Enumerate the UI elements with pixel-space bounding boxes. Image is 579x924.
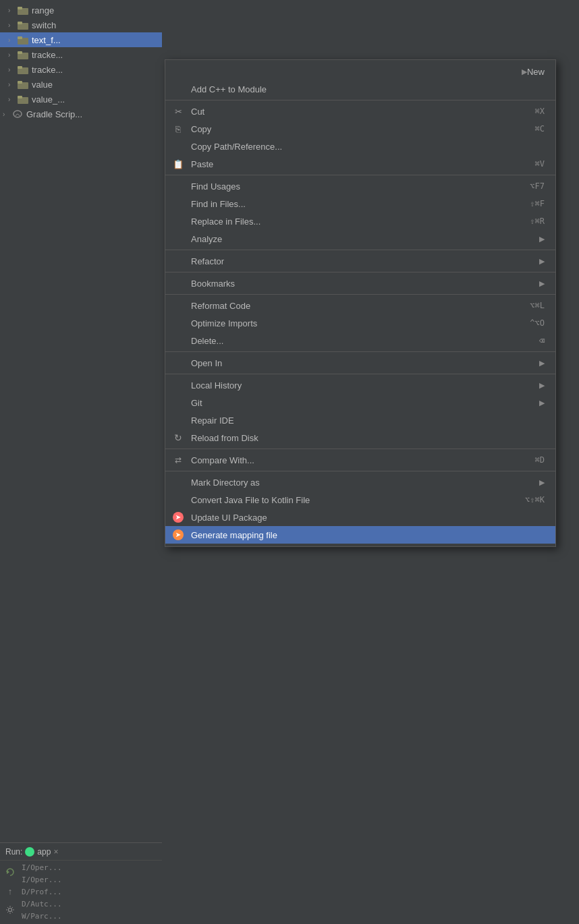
folder-icon [18, 80, 28, 89]
copy-icon: ⎘ [172, 124, 184, 134]
shortcut-label: ⌘C [535, 124, 545, 134]
menu-item-label: Refactor [191, 256, 224, 266]
sidebar-item-tracker1[interactable]: › tracke... [0, 47, 162, 62]
svg-rect-1 [18, 7, 22, 9]
expand-arrow: › [8, 22, 18, 29]
menu-item-repair-ide[interactable]: Repair IDE [165, 411, 555, 429]
run-app-icon [25, 847, 34, 857]
context-menu: ▶ New Add C++ to Module ✂ Cut ⌘X ⎘ Copy … [165, 59, 556, 547]
run-close-button[interactable]: × [53, 847, 58, 857]
sidebar-item-tracker2[interactable]: › tracke... [0, 62, 162, 77]
menu-item-label: Analyze [191, 234, 222, 244]
expand-arrow: › [3, 111, 12, 118]
paste-icon: 📋 [172, 159, 184, 169]
menu-item-refactor[interactable]: Refactor ▶ [165, 252, 555, 270]
menu-item-label: Find in Files... [191, 199, 246, 209]
menu-item-label: Bookmarks [191, 279, 235, 289]
sidebar-item-text-field[interactable]: › text_f... [0, 32, 162, 47]
menu-item-reload[interactable]: ↻ Reload from Disk [165, 429, 555, 446]
submenu-arrow-icon: ▶ [539, 359, 545, 368]
submenu-arrow-icon: ▶ [539, 399, 545, 407]
menu-item-local-history[interactable]: Local History ▶ [165, 376, 555, 394]
menu-item-reformat-code[interactable]: Reformat Code ⌥⌘L [165, 297, 555, 314]
tree-item-label: tracke... [32, 50, 63, 60]
run-bar-header: Run: app × [0, 843, 162, 861]
scroll-up-button[interactable]: ↑ [1, 882, 19, 900]
menu-item-find-in-files[interactable]: Find in Files... ⇧⌘F [165, 195, 555, 212]
menu-item-mark-directory[interactable]: Mark Directory as ▶ [165, 473, 555, 491]
menu-item-update-ui[interactable]: ➤ Update UI Package [165, 509, 555, 526]
menu-item-label: Repair IDE [191, 415, 234, 426]
tree-item-label: range [32, 5, 54, 16]
menu-item-cut[interactable]: ✂ Cut ⌘X [165, 103, 555, 120]
sidebar-item-value[interactable]: › value [0, 77, 162, 92]
menu-item-find-usages[interactable]: Find Usages ⌥F7 [165, 177, 555, 195]
submenu-arrow-icon: ▶ [539, 257, 545, 266]
run-label: Run: [5, 847, 22, 857]
menu-item-label: Local History [191, 380, 242, 391]
svg-rect-13 [18, 96, 22, 98]
menu-item-generate-mapping[interactable]: ➤ Generate mapping file [165, 526, 555, 544]
svg-rect-7 [18, 51, 22, 54]
folder-icon [18, 95, 28, 104]
log-line: D/Autc... [22, 898, 159, 911]
shortcut-label: ⌥⇧⌘K [525, 495, 545, 504]
separator [165, 449, 555, 449]
separator [165, 100, 555, 100]
menu-item-replace-in-files[interactable]: Replace in Files... ⇧⌘R [165, 212, 555, 230]
submenu-arrow-icon: ▶ [522, 67, 527, 76]
tree-item-label: text_f... [32, 35, 61, 45]
menu-item-compare-with[interactable]: ⇄ Compare With... ⌘D [165, 451, 555, 469]
menu-item-label: Mark Directory as [191, 478, 260, 488]
menu-item-label: New [527, 67, 545, 77]
cut-icon: ✂ [172, 107, 184, 117]
shortcut-label: ^⌥O [530, 318, 545, 328]
sidebar-item-value2[interactable]: › value_... [0, 92, 162, 107]
menu-item-git[interactable]: Git ▶ [165, 394, 555, 411]
menu-item-analyze[interactable]: Analyze ▶ [165, 230, 555, 248]
folder-icon [18, 6, 28, 15]
menu-item-label: Replace in Files... [191, 216, 260, 227]
menu-item-label: Cut [191, 107, 204, 117]
rerun-button[interactable] [1, 863, 19, 881]
shortcut-label: ⌘V [535, 159, 545, 169]
menu-item-label: Optimize Imports [191, 318, 257, 328]
menu-item-convert-java[interactable]: Convert Java File to Kotlin File ⌥⇧⌘K [165, 491, 555, 509]
menu-item-paste[interactable]: 📋 Paste ⌘V [165, 155, 555, 173]
separator [165, 250, 555, 250]
sidebar-item-gradle[interactable]: › Gradle Scrip... [0, 107, 162, 121]
shortcut-label: ⌘X [535, 107, 545, 116]
separator [165, 374, 555, 374]
sidebar-item-switch[interactable]: › switch [0, 18, 162, 32]
menu-item-optimize-imports[interactable]: Optimize Imports ^⌥O [165, 314, 555, 332]
menu-item-label: Reformat Code [191, 301, 250, 311]
sidebar: › range › switch › text_f... › tracke...… [0, 0, 162, 924]
compare-icon: ⇄ [172, 455, 184, 465]
menu-item-copy-path[interactable]: Copy Path/Reference... [165, 138, 555, 155]
separator [165, 175, 555, 175]
expand-arrow: › [8, 51, 18, 59]
separator [165, 351, 555, 352]
submenu-arrow-icon: ▶ [539, 381, 545, 390]
submenu-arrow-icon: ▶ [539, 279, 545, 288]
shortcut-label: ⇧⌘R [530, 216, 545, 226]
sidebar-item-range[interactable]: › range [0, 3, 162, 18]
stop-button[interactable] [1, 920, 19, 924]
menu-item-delete[interactable]: Delete... ⌫ [165, 332, 555, 349]
menu-item-open-in[interactable]: Open In ▶ [165, 354, 555, 372]
menu-item-label: Delete... [191, 336, 223, 346]
menu-item-label: Open In [191, 358, 222, 368]
menu-item-copy[interactable]: ⎘ Copy ⌘C [165, 120, 555, 138]
menu-item-label: Compare With... [191, 455, 254, 465]
reload-icon: ↻ [172, 432, 184, 443]
menu-item-label: Paste [191, 159, 213, 169]
tree-item-label: Gradle Scrip... [26, 109, 82, 119]
menu-item-new[interactable]: ▶ New [165, 63, 555, 80]
settings-button[interactable] [1, 901, 19, 919]
tree-item-label: switch [32, 20, 56, 30]
svg-marker-15 [7, 870, 9, 874]
expand-arrow: › [8, 81, 18, 88]
menu-item-bookmarks[interactable]: Bookmarks ▶ [165, 275, 555, 292]
menu-item-add-cpp[interactable]: Add C++ to Module [165, 80, 555, 98]
expand-arrow: › [8, 96, 18, 103]
